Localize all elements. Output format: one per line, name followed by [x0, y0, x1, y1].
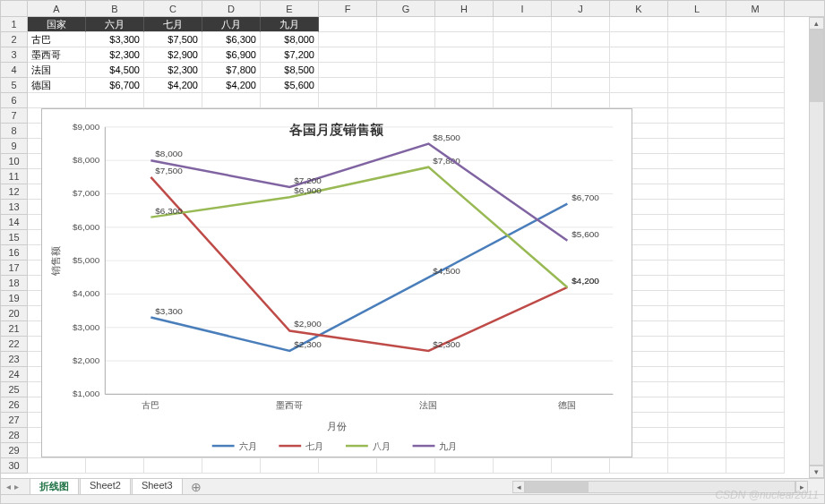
cell[interactable] [726, 245, 785, 261]
scroll-up-button[interactable]: ▴ [809, 17, 824, 30]
cell[interactable] [668, 184, 726, 200]
cell[interactable] [552, 93, 610, 108]
cell[interactable] [726, 276, 785, 291]
cell[interactable] [726, 154, 785, 169]
row-header[interactable]: 6 [1, 93, 28, 108]
cell[interactable] [377, 93, 435, 108]
cell[interactable]: $2,900 [144, 47, 202, 63]
cell[interactable] [668, 397, 726, 413]
cell[interactable]: $5,600 [261, 78, 319, 93]
cell[interactable] [377, 63, 435, 78]
row-header[interactable]: 8 [1, 124, 28, 139]
cell[interactable] [377, 47, 435, 63]
row-header[interactable]: 3 [1, 47, 28, 63]
cell[interactable] [726, 337, 785, 352]
col-header-C[interactable]: C [144, 1, 202, 16]
cell[interactable]: $4,200 [202, 78, 261, 93]
cell[interactable] [726, 124, 785, 139]
cell[interactable] [668, 261, 726, 276]
cell[interactable] [668, 443, 726, 458]
cell[interactable] [261, 458, 319, 474]
cell[interactable]: 德国 [28, 78, 86, 93]
cell[interactable] [726, 321, 785, 337]
row-header[interactable]: 18 [1, 276, 28, 291]
col-header-B[interactable]: B [86, 1, 144, 16]
row-header[interactable]: 9 [1, 139, 28, 154]
cell[interactable] [144, 93, 202, 108]
cell[interactable] [494, 93, 552, 108]
cell[interactable] [726, 32, 785, 47]
cell[interactable] [610, 63, 668, 78]
cell[interactable] [668, 78, 726, 93]
cell[interactable] [726, 458, 785, 474]
cell[interactable] [668, 413, 726, 428]
cell[interactable]: $6,900 [202, 47, 261, 63]
cell[interactable] [726, 367, 785, 382]
cell[interactable] [668, 337, 726, 352]
col-header-A[interactable]: A [28, 1, 86, 16]
row-header[interactable]: 12 [1, 184, 28, 200]
cell[interactable] [668, 32, 726, 47]
sheet-nav-next-icon[interactable]: ▸ [14, 482, 19, 491]
cell[interactable] [435, 93, 494, 108]
cell[interactable] [261, 93, 319, 108]
row-header[interactable]: 26 [1, 397, 28, 413]
vscroll-thumb[interactable] [810, 30, 823, 102]
row-header[interactable]: 25 [1, 382, 28, 397]
cell[interactable] [377, 17, 435, 32]
scroll-left-button[interactable]: ◂ [512, 481, 525, 493]
cell[interactable] [668, 428, 726, 443]
line-chart[interactable]: 各国月度销售额$1,000$2,000$3,000$4,000$5,000$6,… [41, 108, 632, 457]
row-header[interactable]: 29 [1, 443, 28, 458]
cell[interactable]: $3,300 [86, 32, 144, 47]
cell[interactable] [435, 458, 494, 474]
row-header[interactable]: 20 [1, 306, 28, 321]
cell[interactable] [435, 78, 494, 93]
vertical-scrollbar[interactable]: ▴ ▾ [809, 17, 824, 478]
cell[interactable] [668, 17, 726, 32]
cell[interactable] [319, 78, 377, 93]
cell[interactable]: 法国 [28, 63, 86, 78]
cell[interactable] [494, 63, 552, 78]
col-header-M[interactable]: M [726, 1, 785, 16]
sheet-tab[interactable]: 折线图 [30, 478, 79, 495]
select-all-corner[interactable] [1, 1, 28, 16]
cell[interactable] [86, 93, 144, 108]
cell[interactable] [377, 32, 435, 47]
col-header-G[interactable]: G [377, 1, 435, 16]
cell[interactable] [668, 352, 726, 367]
cell[interactable] [726, 352, 785, 367]
cell[interactable] [668, 215, 726, 230]
cell[interactable] [668, 321, 726, 337]
cell[interactable] [726, 443, 785, 458]
row-header[interactable]: 2 [1, 32, 28, 47]
col-header-D[interactable]: D [202, 1, 261, 16]
row-header[interactable]: 28 [1, 428, 28, 443]
cell[interactable] [726, 200, 785, 215]
cell[interactable]: $4,500 [86, 63, 144, 78]
row-header[interactable]: 5 [1, 78, 28, 93]
cell[interactable]: $8,000 [261, 32, 319, 47]
hscroll-thumb[interactable] [526, 482, 589, 492]
add-sheet-button[interactable]: ⊕ [191, 480, 202, 494]
cell[interactable] [726, 428, 785, 443]
col-header-L[interactable]: L [668, 1, 726, 16]
col-header-I[interactable]: I [494, 1, 552, 16]
cell[interactable] [668, 124, 726, 139]
cell[interactable] [377, 78, 435, 93]
cell[interactable] [552, 458, 610, 474]
cell[interactable] [494, 78, 552, 93]
row-header[interactable]: 22 [1, 337, 28, 352]
sheet-nav-prev-icon[interactable]: ◂ [6, 482, 11, 491]
cell[interactable]: $8,500 [261, 63, 319, 78]
cell[interactable] [726, 139, 785, 154]
cell[interactable] [668, 93, 726, 108]
cell[interactable]: 墨西哥 [28, 47, 86, 63]
col-header-F[interactable]: F [319, 1, 377, 16]
cell[interactable]: 国家 [28, 17, 86, 32]
cell[interactable] [494, 32, 552, 47]
cell[interactable] [552, 63, 610, 78]
cell[interactable] [319, 93, 377, 108]
row-header[interactable]: 23 [1, 352, 28, 367]
cell[interactable]: 古巴 [28, 32, 86, 47]
